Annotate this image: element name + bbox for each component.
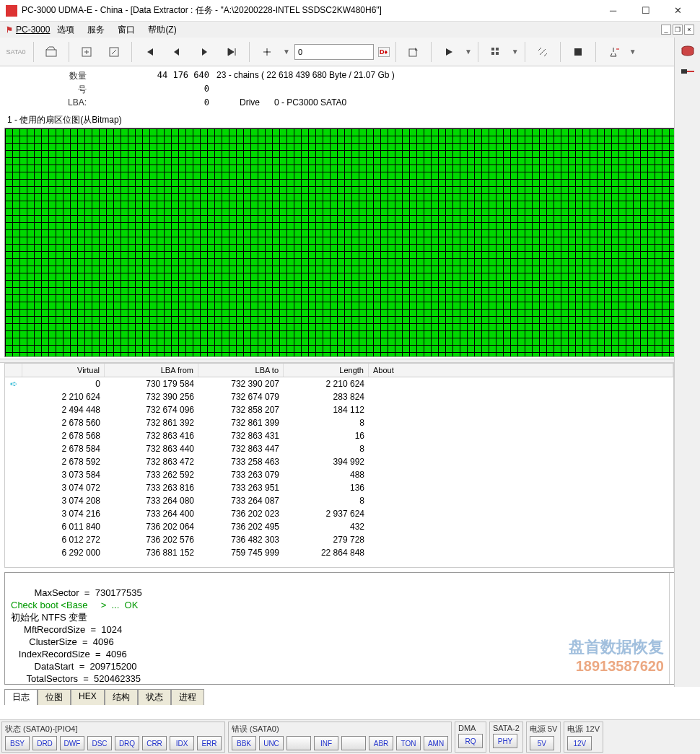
goto-button[interactable] — [402, 40, 425, 63]
app-label: PC-3000 — [16, 25, 50, 35]
table-row[interactable]: 2 678 560732 861 392732 861 3998 — [5, 416, 673, 429]
maximize-button[interactable]: ☐ — [629, 1, 662, 21]
table-row[interactable]: ➪0730 179 584732 390 2072 210 624 — [5, 377, 673, 390]
led- — [286, 736, 311, 750]
prev-button[interactable] — [165, 40, 188, 63]
address-input[interactable] — [294, 44, 374, 60]
lba-label: LBA: — [7, 97, 87, 108]
statusbar: 状态 (SATA0)-[PIO4] BSYDRDDWFDSCDRQCRRIDXE… — [0, 719, 700, 754]
tab-status[interactable]: 状态 — [138, 689, 171, 705]
titlebar: PC-3000 UDMA-E - China - [Data Extractor… — [0, 0, 700, 22]
tab-bitmap[interactable]: 位图 — [38, 689, 71, 705]
table-body[interactable]: ➪0730 179 584732 390 2072 210 6242 210 6… — [5, 377, 673, 567]
status-group-5v: 电源 5V 5V — [526, 722, 561, 753]
svg-rect-11 — [681, 69, 687, 74]
led-err: ERR — [197, 736, 222, 750]
chain-table: Virtual LBA from LBA to Length About ➪07… — [4, 363, 674, 568]
rail-drive-icon[interactable] — [678, 42, 697, 61]
sata-port-button[interactable]: SATA0 — [4, 40, 27, 63]
led-crr: CRR — [142, 736, 167, 750]
mdi-minimize-button[interactable]: _ — [661, 25, 671, 35]
mdi-close-button[interactable]: × — [684, 25, 694, 35]
mdi-restore-button[interactable]: ❐ — [673, 25, 683, 35]
table-row[interactable]: 2 678 584732 863 440732 863 4478 — [5, 442, 673, 455]
led-phy: PHY — [493, 734, 517, 748]
table-row[interactable]: 3 073 584733 262 592733 263 079488 — [5, 468, 673, 481]
table-row[interactable]: 2 494 448732 674 096732 858 207184 112 — [5, 403, 673, 416]
table-row[interactable]: 2 678 568732 863 416732 863 43116 — [5, 429, 673, 442]
table-row[interactable]: 6 292 000736 881 152759 745 99922 864 84… — [5, 546, 673, 559]
log-tabs: 日志 位图 HEX 结构 状态 进程 — [4, 689, 696, 705]
tools-button[interactable] — [531, 40, 554, 63]
grid-view-button[interactable] — [484, 40, 507, 63]
col-length[interactable]: Length — [284, 364, 369, 377]
import-button[interactable] — [75, 40, 98, 63]
next-button[interactable] — [193, 40, 216, 63]
drive-value: 0 - PC3000 SATA0 — [274, 97, 346, 108]
table-row[interactable]: 3 074 072733 263 816733 263 951136 — [5, 481, 673, 494]
dv-indicator: D♦ — [378, 47, 390, 57]
table-row[interactable]: 2 210 624732 390 256732 674 079283 824 — [5, 390, 673, 403]
led-drd: DRD — [32, 736, 57, 750]
status-group-state: 状态 (SATA0)-[PIO4] BSYDRDDWFDSCDRQCRRIDXE… — [1, 722, 225, 753]
chains-text: 23 - chains ( 22 618 439 680 Byte / 21.0… — [216, 70, 395, 82]
export-button[interactable] — [102, 40, 126, 63]
led-bbk: BBK — [232, 736, 256, 750]
app-label-icon: ⚑ — [6, 25, 13, 35]
id-label: 号 — [7, 84, 87, 96]
menu-services[interactable]: 服务 — [82, 22, 110, 38]
lba-value: 0 — [94, 97, 209, 108]
table-row[interactable]: 2 678 592732 863 472733 258 463394 992 — [5, 455, 673, 468]
led-inf: INF — [314, 736, 338, 750]
svg-rect-9 — [574, 48, 582, 56]
led-rq: RQ — [458, 734, 483, 748]
stop-button[interactable] — [566, 40, 590, 63]
last-button[interactable] — [220, 40, 243, 63]
status-group-dma: DMA RQ — [455, 722, 486, 753]
col-virtual[interactable]: Virtual — [22, 364, 105, 377]
col-about[interactable]: About — [369, 364, 673, 377]
tab-log[interactable]: 日志 — [4, 689, 38, 705]
status-group-12v: 电源 12V 12V — [564, 722, 603, 753]
info-panel: 数量 44 176 640 23 - chains ( 22 618 439 6… — [0, 66, 700, 111]
tab-process[interactable]: 进程 — [171, 689, 204, 705]
led-bsy: BSY — [5, 736, 30, 750]
svg-rect-5 — [491, 48, 494, 51]
first-button[interactable] — [138, 40, 161, 63]
status-group-errors: 错误 (SATA0) BBKUNCINFABRTONAMN — [228, 722, 452, 753]
svg-rect-8 — [496, 52, 499, 55]
close-button[interactable]: ✕ — [662, 1, 694, 21]
right-rail — [674, 38, 700, 687]
play-button[interactable] — [437, 40, 460, 63]
minimize-button[interactable]: ─ — [597, 1, 629, 21]
open-button[interactable] — [40, 40, 63, 63]
tab-hex[interactable]: HEX — [71, 689, 105, 705]
window-title: PC-3000 UDMA-E - China - [Data Extractor… — [22, 4, 597, 17]
svg-rect-6 — [496, 48, 499, 51]
led-idx: IDX — [170, 736, 194, 750]
table-row[interactable]: 6 012 272736 202 576736 482 303279 728 — [5, 533, 673, 546]
log-output[interactable]: MaxSector = 730177535 Check boot <Base >… — [5, 573, 669, 684]
led-abr: ABR — [369, 736, 393, 750]
table-row[interactable]: 6 011 840736 202 064736 202 495432 — [5, 520, 673, 533]
table-row[interactable]: 3 074 216733 264 400736 202 0232 937 624 — [5, 507, 673, 520]
grid-button[interactable] — [255, 40, 279, 63]
toolbar: SATA0 ▼ D♦ ▼ ▼ ▼ — [0, 38, 700, 66]
led-drq: DRQ — [115, 736, 139, 750]
rail-connect-icon[interactable] — [678, 62, 697, 81]
led-dwf: DWF — [60, 736, 84, 750]
current-row-icon: ➪ — [10, 379, 17, 389]
menu-help[interactable]: 帮助(Z) — [142, 22, 182, 38]
tab-struct[interactable]: 结构 — [105, 689, 138, 705]
menu-options[interactable]: 选项 — [51, 22, 80, 38]
exit-button[interactable] — [602, 40, 625, 63]
drive-label: Drive — [216, 97, 260, 108]
led-amn: AMN — [424, 736, 448, 750]
col-lba-from[interactable]: LBA from — [105, 364, 198, 377]
led- — [341, 736, 366, 750]
sector-bitmap[interactable] — [4, 128, 696, 357]
menu-window[interactable]: 窗口 — [112, 22, 141, 38]
led-unc: UNC — [259, 736, 284, 750]
col-lba-to[interactable]: LBA to — [198, 364, 284, 377]
table-row[interactable]: 3 074 208733 264 080733 264 0878 — [5, 494, 673, 507]
